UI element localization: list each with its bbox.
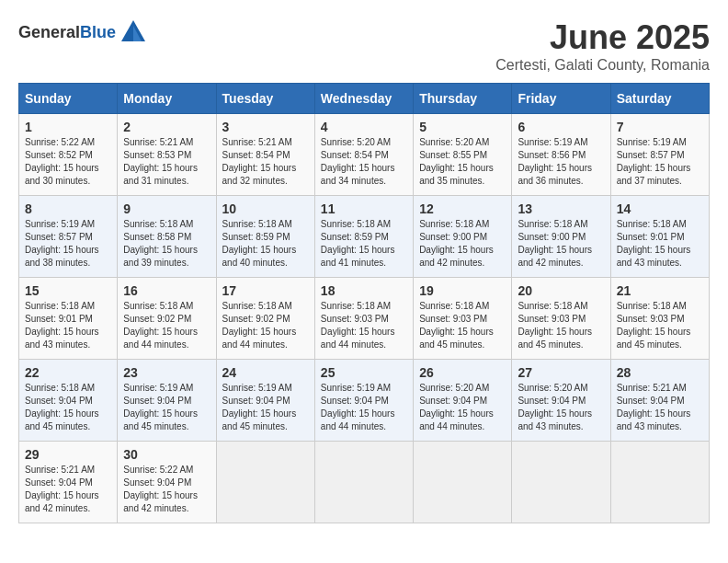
list-item: 23Sunrise: 5:19 AM Sunset: 9:04 PM Dayli… xyxy=(118,360,216,442)
table-row: 1Sunrise: 5:22 AM Sunset: 8:52 PM Daylig… xyxy=(19,114,710,196)
list-item: 29Sunrise: 5:21 AM Sunset: 9:04 PM Dayli… xyxy=(19,442,118,523)
page-header: GeneralBlue June 2025 Certesti, Galati C… xyxy=(18,18,710,74)
list-item: 10Sunrise: 5:18 AM Sunset: 8:59 PM Dayli… xyxy=(216,196,314,278)
calendar-subtitle: Certesti, Galati County, Romania xyxy=(495,57,710,74)
list-item xyxy=(216,442,314,523)
header-thursday: Thursday xyxy=(414,84,512,114)
day-number: 15 xyxy=(25,283,111,298)
day-number: 5 xyxy=(419,120,506,134)
list-item: 19Sunrise: 5:18 AM Sunset: 9:03 PM Dayli… xyxy=(414,278,512,360)
day-info: Sunrise: 5:20 AM Sunset: 9:04 PM Dayligh… xyxy=(419,382,506,433)
logo-icon xyxy=(119,18,147,46)
header-monday: Monday xyxy=(118,84,216,114)
list-item: 28Sunrise: 5:21 AM Sunset: 9:04 PM Dayli… xyxy=(610,360,709,442)
day-info: Sunrise: 5:22 AM Sunset: 8:52 PM Dayligh… xyxy=(25,136,111,188)
day-info: Sunrise: 5:19 AM Sunset: 9:04 PM Dayligh… xyxy=(222,382,309,433)
day-info: Sunrise: 5:19 AM Sunset: 9:04 PM Dayligh… xyxy=(321,382,407,433)
day-info: Sunrise: 5:19 AM Sunset: 8:57 PM Dayligh… xyxy=(25,218,111,270)
list-item: 20Sunrise: 5:18 AM Sunset: 9:03 PM Dayli… xyxy=(512,278,610,360)
day-number: 19 xyxy=(419,283,506,298)
logo: GeneralBlue xyxy=(18,18,147,46)
list-item: 4Sunrise: 5:20 AM Sunset: 8:54 PM Daylig… xyxy=(314,114,413,196)
day-info: Sunrise: 5:18 AM Sunset: 9:00 PM Dayligh… xyxy=(518,218,604,270)
list-item: 27Sunrise: 5:20 AM Sunset: 9:04 PM Dayli… xyxy=(512,360,610,442)
day-number: 24 xyxy=(222,365,309,380)
day-info: Sunrise: 5:20 AM Sunset: 9:04 PM Dayligh… xyxy=(518,382,604,433)
list-item xyxy=(314,442,413,523)
list-item: 6Sunrise: 5:19 AM Sunset: 8:56 PM Daylig… xyxy=(512,114,610,196)
day-number: 22 xyxy=(25,365,111,380)
list-item: 15Sunrise: 5:18 AM Sunset: 9:01 PM Dayli… xyxy=(19,278,118,360)
day-number: 11 xyxy=(321,201,407,216)
logo-general: General xyxy=(18,23,80,41)
list-item: 3Sunrise: 5:21 AM Sunset: 8:54 PM Daylig… xyxy=(216,114,314,196)
day-number: 16 xyxy=(123,283,210,298)
day-number: 3 xyxy=(222,120,309,134)
day-number: 10 xyxy=(222,201,309,216)
day-info: Sunrise: 5:19 AM Sunset: 8:57 PM Dayligh… xyxy=(617,136,703,188)
day-info: Sunrise: 5:18 AM Sunset: 8:58 PM Dayligh… xyxy=(123,218,210,270)
day-info: Sunrise: 5:18 AM Sunset: 9:03 PM Dayligh… xyxy=(518,300,604,351)
weekday-header-row: Sunday Monday Tuesday Wednesday Thursday… xyxy=(19,84,710,114)
table-row: 15Sunrise: 5:18 AM Sunset: 9:01 PM Dayli… xyxy=(19,278,710,360)
table-row: 29Sunrise: 5:21 AM Sunset: 9:04 PM Dayli… xyxy=(19,442,710,523)
day-info: Sunrise: 5:21 AM Sunset: 8:54 PM Dayligh… xyxy=(222,136,309,188)
day-info: Sunrise: 5:18 AM Sunset: 9:03 PM Dayligh… xyxy=(617,300,703,351)
title-section: June 2025 Certesti, Galati County, Roman… xyxy=(495,18,710,74)
day-number: 18 xyxy=(321,283,407,298)
day-number: 9 xyxy=(123,201,210,216)
day-number: 6 xyxy=(518,120,604,134)
day-info: Sunrise: 5:18 AM Sunset: 9:04 PM Dayligh… xyxy=(25,382,111,433)
list-item: 25Sunrise: 5:19 AM Sunset: 9:04 PM Dayli… xyxy=(314,360,413,442)
list-item xyxy=(414,442,512,523)
table-row: 8Sunrise: 5:19 AM Sunset: 8:57 PM Daylig… xyxy=(19,196,710,278)
day-info: Sunrise: 5:18 AM Sunset: 9:03 PM Dayligh… xyxy=(321,300,407,351)
day-number: 26 xyxy=(419,365,506,380)
day-info: Sunrise: 5:19 AM Sunset: 9:04 PM Dayligh… xyxy=(123,382,210,433)
list-item: 8Sunrise: 5:19 AM Sunset: 8:57 PM Daylig… xyxy=(19,196,118,278)
list-item: 11Sunrise: 5:18 AM Sunset: 8:59 PM Dayli… xyxy=(314,196,413,278)
list-item: 22Sunrise: 5:18 AM Sunset: 9:04 PM Dayli… xyxy=(19,360,118,442)
list-item: 12Sunrise: 5:18 AM Sunset: 9:00 PM Dayli… xyxy=(414,196,512,278)
table-row: 22Sunrise: 5:18 AM Sunset: 9:04 PM Dayli… xyxy=(19,360,710,442)
list-item: 21Sunrise: 5:18 AM Sunset: 9:03 PM Dayli… xyxy=(610,278,709,360)
day-number: 23 xyxy=(123,365,210,380)
list-item: 24Sunrise: 5:19 AM Sunset: 9:04 PM Dayli… xyxy=(216,360,314,442)
day-number: 30 xyxy=(123,447,210,462)
day-info: Sunrise: 5:19 AM Sunset: 8:56 PM Dayligh… xyxy=(518,136,604,188)
day-info: Sunrise: 5:18 AM Sunset: 9:02 PM Dayligh… xyxy=(123,300,210,351)
day-info: Sunrise: 5:20 AM Sunset: 8:55 PM Dayligh… xyxy=(419,136,506,188)
list-item: 13Sunrise: 5:18 AM Sunset: 9:00 PM Dayli… xyxy=(512,196,610,278)
list-item: 30Sunrise: 5:22 AM Sunset: 9:04 PM Dayli… xyxy=(118,442,216,523)
day-number: 14 xyxy=(617,201,703,216)
day-number: 25 xyxy=(321,365,407,380)
day-number: 2 xyxy=(123,120,210,134)
day-info: Sunrise: 5:18 AM Sunset: 9:03 PM Dayligh… xyxy=(419,300,506,351)
list-item: 14Sunrise: 5:18 AM Sunset: 9:01 PM Dayli… xyxy=(610,196,709,278)
list-item: 7Sunrise: 5:19 AM Sunset: 8:57 PM Daylig… xyxy=(610,114,709,196)
day-number: 1 xyxy=(25,120,111,134)
day-number: 27 xyxy=(518,365,604,380)
day-info: Sunrise: 5:20 AM Sunset: 8:54 PM Dayligh… xyxy=(321,136,407,188)
day-number: 13 xyxy=(518,201,604,216)
list-item: 2Sunrise: 5:21 AM Sunset: 8:53 PM Daylig… xyxy=(118,114,216,196)
header-tuesday: Tuesday xyxy=(216,84,314,114)
list-item: 1Sunrise: 5:22 AM Sunset: 8:52 PM Daylig… xyxy=(19,114,118,196)
day-info: Sunrise: 5:18 AM Sunset: 8:59 PM Dayligh… xyxy=(222,218,309,270)
day-info: Sunrise: 5:18 AM Sunset: 9:01 PM Dayligh… xyxy=(25,300,111,351)
day-number: 4 xyxy=(321,120,407,134)
day-info: Sunrise: 5:18 AM Sunset: 8:59 PM Dayligh… xyxy=(321,218,407,270)
day-number: 7 xyxy=(617,120,703,134)
calendar-title: June 2025 xyxy=(495,18,710,57)
list-item xyxy=(512,442,610,523)
day-info: Sunrise: 5:18 AM Sunset: 9:01 PM Dayligh… xyxy=(617,218,703,270)
day-number: 21 xyxy=(617,283,703,298)
list-item: 18Sunrise: 5:18 AM Sunset: 9:03 PM Dayli… xyxy=(314,278,413,360)
day-number: 17 xyxy=(222,283,309,298)
day-info: Sunrise: 5:18 AM Sunset: 9:00 PM Dayligh… xyxy=(419,218,506,270)
list-item: 16Sunrise: 5:18 AM Sunset: 9:02 PM Dayli… xyxy=(118,278,216,360)
header-sunday: Sunday xyxy=(19,84,118,114)
day-info: Sunrise: 5:21 AM Sunset: 8:53 PM Dayligh… xyxy=(123,136,210,188)
header-saturday: Saturday xyxy=(610,84,709,114)
day-number: 12 xyxy=(419,201,506,216)
